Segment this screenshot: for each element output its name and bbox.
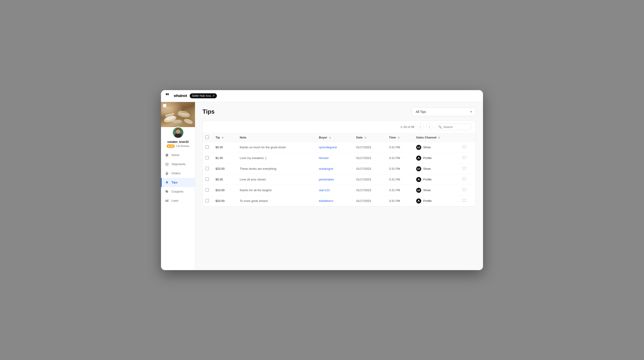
channel-icon bbox=[416, 188, 421, 193]
row-note: thanks for all the laughs! bbox=[236, 185, 315, 196]
profile-banner bbox=[161, 102, 195, 127]
channel-name: Show bbox=[423, 146, 431, 149]
channel-cell: Profile bbox=[416, 198, 455, 203]
pagination-next-button[interactable]: › bbox=[426, 124, 432, 130]
row-time: 3:31 PM bbox=[386, 185, 412, 196]
table-row: $5.00 Love all your shows jamiehabes 01/… bbox=[203, 174, 476, 185]
row-time: 3:31 PM bbox=[386, 174, 412, 185]
row-date: 01/17/2023 bbox=[352, 142, 386, 153]
row-date: 01/17/2023 bbox=[352, 196, 386, 206]
box-icon bbox=[165, 162, 169, 167]
avatar bbox=[172, 127, 184, 139]
logo-hearts-icon bbox=[166, 93, 172, 99]
row-action bbox=[458, 174, 476, 185]
message-icon[interactable] bbox=[462, 199, 466, 203]
row-action bbox=[458, 163, 476, 174]
pagination-prev-button[interactable]: ‹ bbox=[417, 124, 424, 130]
buyer-link[interactable]: sneakzgurl bbox=[319, 167, 333, 170]
svg-rect-16 bbox=[418, 146, 418, 148]
sidebar: sneaker_lover22 ★ 4.9 2.5k Reviews bbox=[161, 102, 195, 270]
rating-badge: ★ 4.9 bbox=[167, 144, 175, 148]
row-checkbox[interactable] bbox=[206, 188, 209, 192]
row-date: 01/17/2023 bbox=[352, 174, 386, 185]
row-note: These dunks are everything bbox=[236, 163, 315, 174]
buyer-link[interactable]: starr123 bbox=[319, 188, 330, 192]
time-sort-icon[interactable]: ⇅ bbox=[398, 136, 400, 139]
sidebar-item-orders[interactable]: Orders bbox=[161, 169, 195, 178]
sidebar-item-shipments[interactable]: Shipments bbox=[161, 160, 195, 169]
avatar-body bbox=[175, 134, 182, 138]
buyer-link[interactable]: tokellehers bbox=[319, 199, 333, 203]
row-checkbox-cell bbox=[203, 185, 212, 196]
logo: whatnot bbox=[166, 93, 187, 99]
avatar-head bbox=[176, 129, 180, 134]
message-icon[interactable] bbox=[462, 189, 466, 193]
row-channel: Show bbox=[412, 185, 458, 196]
rocket-icon bbox=[165, 171, 169, 176]
filter-label: All Tips bbox=[416, 110, 426, 114]
channel-cell: Show bbox=[416, 145, 455, 150]
select-all-checkbox[interactable] bbox=[206, 136, 209, 139]
channel-icon bbox=[416, 166, 421, 171]
row-channel: Profile bbox=[412, 196, 458, 206]
row-note: To more great shows! bbox=[236, 196, 315, 206]
channel-name: Profile bbox=[423, 199, 432, 203]
channel-icon bbox=[416, 156, 421, 161]
buyer-link[interactable]: jamiehabes bbox=[319, 178, 334, 181]
buyer-link[interactable]: htrower bbox=[319, 156, 328, 160]
sidebar-item-coupons[interactable]: Coupons bbox=[161, 187, 195, 196]
buyer-sort-icon[interactable]: ⇅ bbox=[329, 136, 331, 139]
message-icon[interactable] bbox=[462, 146, 466, 150]
search-box[interactable]: 🔍 bbox=[435, 124, 472, 130]
tag-icon bbox=[165, 189, 169, 194]
row-action bbox=[458, 153, 476, 163]
svg-point-9 bbox=[163, 108, 171, 114]
search-input[interactable] bbox=[443, 125, 466, 129]
date-sort-icon[interactable]: ⇅ bbox=[364, 136, 366, 139]
avatar-wrap bbox=[172, 127, 184, 139]
row-checkbox[interactable] bbox=[206, 177, 209, 181]
page-title: Tips bbox=[202, 108, 214, 115]
message-icon[interactable] bbox=[462, 178, 466, 182]
row-checkbox-cell bbox=[203, 196, 212, 206]
filter-dropdown[interactable]: All Tips ▾ bbox=[412, 108, 476, 116]
row-tip: $20.00 bbox=[212, 163, 236, 174]
sidebar-item-tips[interactable]: Tips bbox=[161, 178, 195, 187]
svg-rect-29 bbox=[418, 190, 419, 191]
row-tip: $5.00 bbox=[212, 142, 236, 153]
row-date: 01/17/2023 bbox=[352, 163, 386, 174]
row-channel: Profile bbox=[412, 153, 458, 163]
tip-sort-icon[interactable]: ⇅ bbox=[222, 136, 224, 139]
row-checkbox[interactable] bbox=[206, 145, 209, 149]
svg-rect-24 bbox=[420, 168, 420, 170]
svg-rect-14 bbox=[167, 200, 168, 202]
row-time: 3:31 PM bbox=[386, 153, 412, 163]
message-icon[interactable] bbox=[462, 157, 466, 160]
table-row: $1.00 Love my sneakers :) htrower 01/17/… bbox=[203, 153, 476, 163]
row-date: 01/17/2023 bbox=[352, 153, 386, 163]
row-checkbox[interactable] bbox=[206, 199, 209, 202]
row-checkbox[interactable] bbox=[206, 167, 209, 170]
channel-icon bbox=[416, 145, 421, 150]
row-note: Love my sneakers :) bbox=[236, 153, 315, 163]
tips-icon bbox=[165, 180, 169, 185]
page-header: Tips All Tips ▾ bbox=[202, 108, 476, 116]
svg-rect-18 bbox=[420, 146, 420, 148]
svg-rect-25 bbox=[463, 167, 466, 169]
row-checkbox[interactable] bbox=[206, 156, 209, 159]
channel-icon bbox=[416, 198, 421, 203]
row-tip: $20.00 bbox=[212, 196, 236, 206]
sidebar-item-lives[interactable]: Lives bbox=[161, 196, 195, 205]
channel-name: Profile bbox=[423, 156, 432, 160]
message-icon[interactable] bbox=[462, 167, 466, 171]
row-channel: Profile bbox=[412, 174, 458, 185]
rating-value: 4.9 bbox=[170, 145, 174, 147]
tip-column-header: Tip ⇅ bbox=[212, 133, 236, 142]
buyer-link[interactable]: cprendeguest bbox=[319, 146, 337, 149]
svg-point-8 bbox=[183, 118, 193, 125]
table-container: 1–50 of 96 ‹ › 🔍 bbox=[202, 121, 476, 206]
channel-name: Show bbox=[423, 167, 431, 170]
sidebar-item-home[interactable]: Home bbox=[161, 151, 195, 160]
channel-sort-icon[interactable]: ⇅ bbox=[438, 136, 440, 139]
app-window: whatnot Seller Hub Beta ↗ bbox=[161, 90, 483, 270]
